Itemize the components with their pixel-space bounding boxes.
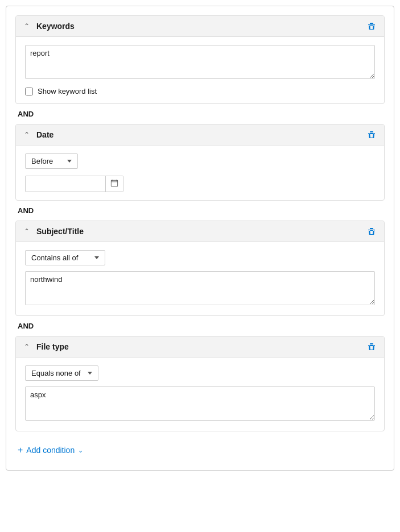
date-card-header: ⌃ Date xyxy=(16,124,384,146)
show-keyword-list-row: Show keyword list xyxy=(25,87,375,95)
file-type-collapse-icon[interactable]: ⌃ xyxy=(24,343,30,351)
subject-title-card-body: Contains all of Contains any of Contains… xyxy=(16,242,384,315)
file-type-title: File type xyxy=(36,342,69,351)
date-card: ⌃ Date Before After Between 2021-04-01 xyxy=(15,124,385,201)
file-type-header-left: ⌃ File type xyxy=(24,342,69,351)
date-input-row: 2021-04-01 xyxy=(25,176,123,192)
subject-title-delete-icon[interactable] xyxy=(367,227,376,236)
main-container: ⌃ Keywords report Show keyword list AND … xyxy=(6,6,394,471)
keywords-card: ⌃ Keywords report Show keyword list xyxy=(15,15,385,104)
calendar-icon-button[interactable] xyxy=(105,176,123,192)
keywords-card-header: ⌃ Keywords xyxy=(16,16,384,37)
subject-title-textarea[interactable]: northwind xyxy=(25,271,375,305)
subject-title-card-header: ⌃ Subject/Title xyxy=(16,221,384,242)
equals-dropdown-row: Equals none of Equals any of Equals all … xyxy=(25,365,375,381)
keywords-collapse-icon[interactable]: ⌃ xyxy=(24,22,30,30)
date-title: Date xyxy=(36,130,53,139)
add-condition-chevron-icon: ⌄ xyxy=(78,447,83,454)
keywords-delete-icon[interactable] xyxy=(367,22,376,31)
date-card-body: Before After Between 2021-04-01 xyxy=(16,146,384,200)
date-filter-select[interactable]: Before After Between xyxy=(25,153,78,169)
date-header-left: ⌃ Date xyxy=(24,130,53,139)
subject-title-header-left: ⌃ Subject/Title xyxy=(24,227,84,236)
keywords-title: Keywords xyxy=(36,22,75,31)
calendar-icon xyxy=(110,179,118,187)
date-value-input[interactable]: 2021-04-01 xyxy=(26,177,105,191)
file-type-card: ⌃ File type Equals none of Equals any of… xyxy=(15,336,385,431)
show-keyword-list-checkbox[interactable] xyxy=(25,88,33,95)
equals-filter-select[interactable]: Equals none of Equals any of Equals all … xyxy=(25,365,98,381)
subject-title-collapse-icon[interactable]: ⌃ xyxy=(24,227,30,235)
and-separator-3: AND xyxy=(15,316,385,336)
keywords-header-left: ⌃ Keywords xyxy=(24,22,75,31)
subject-title-card: ⌃ Subject/Title Contains all of Contains… xyxy=(15,221,385,316)
keywords-card-body: report Show keyword list xyxy=(16,37,384,103)
keywords-textarea[interactable]: report xyxy=(25,45,375,79)
file-type-card-body: Equals none of Equals any of Equals all … xyxy=(16,358,384,431)
subject-title-title: Subject/Title xyxy=(36,227,84,236)
and-separator-1: AND xyxy=(15,104,385,124)
show-keyword-list-label: Show keyword list xyxy=(38,87,97,95)
add-condition-row: + Add condition ⌄ xyxy=(15,442,385,461)
add-condition-button[interactable]: + Add condition ⌄ xyxy=(15,442,85,459)
file-type-delete-icon[interactable] xyxy=(367,342,376,351)
file-type-textarea[interactable]: aspx xyxy=(25,386,375,421)
contains-filter-select[interactable]: Contains all of Contains any of Contains… xyxy=(25,250,105,265)
date-delete-icon[interactable] xyxy=(367,130,376,139)
contains-dropdown-row: Contains all of Contains any of Contains… xyxy=(25,250,375,265)
date-collapse-icon[interactable]: ⌃ xyxy=(24,131,30,139)
file-type-card-header: ⌃ File type xyxy=(16,336,384,358)
and-separator-2: AND xyxy=(15,201,385,221)
add-condition-label: Add condition xyxy=(26,446,75,455)
plus-icon: + xyxy=(18,445,23,455)
